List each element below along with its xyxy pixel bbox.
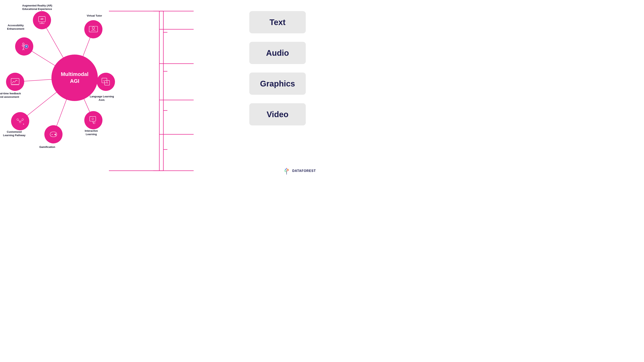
- satellite-ac-label: AccessibilityEnhancement: [7, 24, 24, 31]
- data-boxes-container: Text Audio Graphics Video: [249, 11, 306, 125]
- satellite-rt-label: Real-time feedbackand assessment: [0, 92, 21, 99]
- svg-text:♿: ♿: [25, 45, 28, 48]
- svg-point-50: [285, 169, 286, 170]
- svg-point-24: [54, 134, 55, 135]
- svg-text:文: 文: [107, 82, 108, 84]
- satellite-il-label: InteractiveLearning: [85, 129, 98, 136]
- svg-line-35: [22, 49, 24, 50]
- svg-line-36: [24, 49, 24, 50]
- svg-point-26: [55, 135, 56, 135]
- svg-point-29: [22, 119, 24, 120]
- text-box: Text: [249, 11, 306, 33]
- satellite-ar: AR: [33, 11, 51, 29]
- svg-line-34: [22, 46, 24, 47]
- svg-point-25: [55, 134, 56, 134]
- satellite-ll-label: Language LearningAsst.: [90, 95, 114, 102]
- svg-point-51: [288, 169, 288, 170]
- audio-box: Audio: [249, 42, 306, 64]
- satellite-ar-label: Augmented Reality (AR)Educational Experi…: [22, 4, 52, 11]
- svg-point-27: [17, 119, 18, 120]
- satellite-vt-label: Virtual Tutor: [87, 14, 102, 18]
- svg-point-32: [22, 43, 24, 45]
- satellite-ac: ♿: [15, 37, 33, 56]
- main-bracket-svg: [107, 10, 168, 172]
- svg-point-21: [94, 122, 95, 124]
- graphics-box: Graphics: [249, 73, 306, 95]
- satellite-gf: [44, 125, 62, 143]
- video-box: Video: [249, 103, 306, 125]
- satellite-cl-label: CustomizedLearning Pathway: [3, 130, 26, 137]
- svg-point-19: [92, 118, 94, 120]
- center-circle-text: MultimodalAGI: [61, 71, 88, 85]
- svg-text:AR: AR: [40, 18, 44, 20]
- satellite-rt: [6, 73, 24, 91]
- audio-box-label: Audio: [266, 49, 289, 58]
- svg-point-13: [92, 27, 94, 29]
- logo-area: DATAFOREST: [282, 167, 316, 175]
- svg-line-20: [93, 121, 94, 124]
- svg-point-48: [284, 170, 286, 171]
- graphics-box-label: Graphics: [260, 79, 295, 88]
- center-circle: MultimodalAGI: [52, 55, 98, 101]
- satellite-cl: [11, 112, 29, 130]
- satellite-gf-label: Gamification: [39, 145, 55, 149]
- svg-rect-18: [90, 117, 96, 121]
- satellite-il: [84, 111, 102, 129]
- video-box-label: Video: [267, 110, 288, 119]
- right-section: Text Audio Graphics Video DATAFOREST: [145, 0, 322, 181]
- logo-icon: [282, 167, 291, 175]
- svg-point-28: [19, 121, 21, 123]
- svg-text:A: A: [103, 80, 104, 82]
- satellite-vt: [84, 20, 102, 38]
- text-box-label: Text: [270, 18, 286, 27]
- logo-text: DATAFOREST: [292, 169, 316, 173]
- satellite-ll: A 文: [97, 73, 115, 91]
